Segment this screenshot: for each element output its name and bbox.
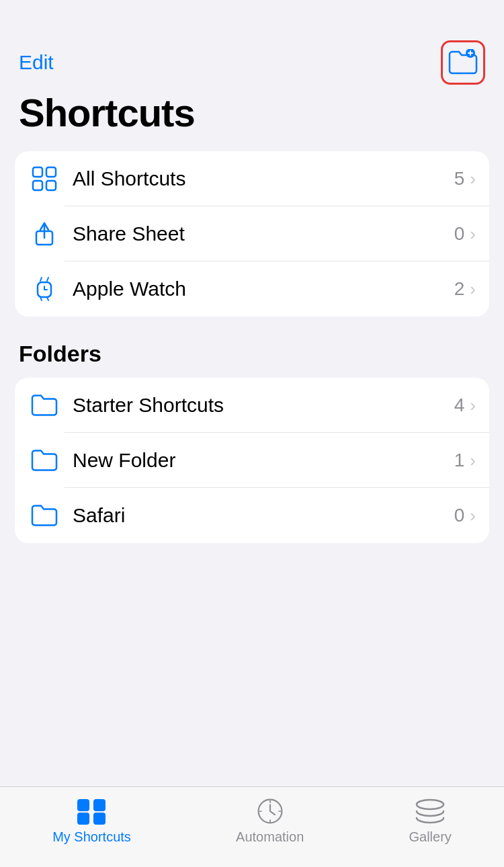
tab-gallery-label: Gallery (409, 829, 452, 845)
folders-card: Starter Shortcuts 4 › New Folder 1 › Saf… (15, 378, 489, 543)
safari-label: Safari (73, 504, 454, 527)
clock-tab-icon (253, 796, 288, 826)
apple-watch-chevron: › (470, 279, 476, 300)
svg-point-27 (417, 800, 444, 809)
starter-shortcuts-label: Starter Shortcuts (73, 394, 454, 417)
starter-shortcuts-chevron: › (470, 395, 476, 416)
new-folder-count: 1 (454, 450, 465, 471)
page-title: Shortcuts (0, 85, 504, 151)
svg-rect-19 (93, 813, 106, 825)
header: Edit (0, 0, 504, 85)
svg-rect-18 (77, 813, 89, 825)
new-folder-button[interactable] (441, 40, 485, 85)
safari-count: 0 (454, 505, 465, 526)
safari-chevron: › (470, 505, 476, 526)
list-item-share-sheet[interactable]: Share Sheet 0 › (15, 206, 489, 261)
list-item-starter-shortcuts[interactable]: Starter Shortcuts 4 › (15, 378, 489, 433)
list-item-new-folder[interactable]: New Folder 1 › (15, 433, 489, 488)
tab-gallery[interactable]: Gallery (409, 796, 452, 845)
grid-tab-icon (74, 796, 109, 826)
new-folder-icon (448, 49, 478, 76)
svg-line-11 (47, 278, 48, 281)
starter-shortcuts-count: 4 (454, 395, 465, 416)
watch-icon (28, 273, 60, 305)
grid-icon (28, 163, 60, 195)
svg-rect-16 (77, 799, 89, 811)
new-folder-chevron: › (470, 450, 476, 471)
share-sheet-chevron: › (470, 224, 476, 245)
folders-heading: Folders (0, 335, 504, 378)
list-item-safari[interactable]: Safari 0 › (15, 488, 489, 543)
new-folder-label: New Folder (73, 449, 454, 472)
svg-line-10 (40, 278, 42, 281)
svg-line-22 (270, 811, 275, 815)
share-icon (28, 218, 60, 250)
all-shortcuts-label: All Shortcuts (73, 167, 454, 190)
tab-automation[interactable]: Automation (236, 796, 304, 845)
folder-icon-starter (28, 389, 60, 421)
tab-bar: My Shortcuts Automation Gallery (0, 786, 504, 867)
list-item-apple-watch[interactable]: Apple Watch 2 › (15, 261, 489, 317)
shortcuts-card: All Shortcuts 5 › Share Sheet 0 › (15, 151, 489, 317)
tab-my-shortcuts[interactable]: My Shortcuts (52, 796, 131, 845)
all-shortcuts-chevron: › (470, 169, 476, 190)
svg-rect-17 (93, 799, 106, 811)
folder-icon-safari (28, 499, 60, 532)
list-item-all-shortcuts[interactable]: All Shortcuts 5 › (15, 151, 489, 206)
share-sheet-label: Share Sheet (73, 222, 454, 245)
edit-button[interactable]: Edit (19, 51, 54, 74)
svg-rect-5 (33, 181, 42, 190)
share-sheet-count: 0 (454, 223, 465, 245)
folder-icon-new (28, 444, 60, 477)
layers-tab-icon (413, 796, 448, 826)
all-shortcuts-count: 5 (454, 168, 465, 190)
svg-rect-4 (46, 167, 56, 177)
apple-watch-label: Apple Watch (73, 278, 454, 300)
svg-rect-3 (33, 167, 42, 177)
svg-rect-6 (46, 181, 56, 190)
apple-watch-count: 2 (454, 278, 465, 300)
tab-automation-label: Automation (236, 829, 304, 845)
tab-my-shortcuts-label: My Shortcuts (52, 829, 131, 845)
